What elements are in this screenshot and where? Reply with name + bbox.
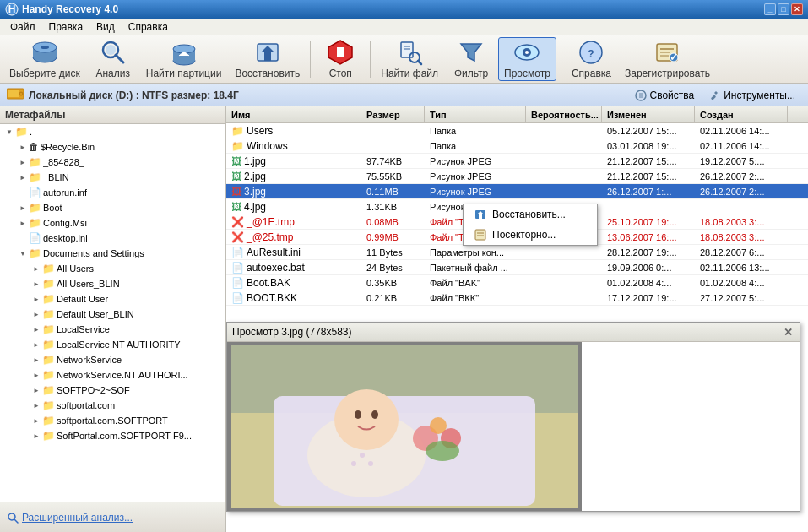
- properties-button[interactable]: Свойства: [629, 87, 700, 104]
- tree-item-boot[interactable]: ► 📁 Boot: [0, 200, 225, 215]
- toolbar-find-file[interactable]: Найти файл: [375, 37, 444, 81]
- tree-expand-_854828_[interactable]: ►: [17, 159, 29, 166]
- tree-label-allusers: All Users: [57, 263, 94, 274]
- tree-expand-softportalcomsoftport[interactable]: ►: [30, 417, 42, 425]
- tree-expand-networkservicent[interactable]: ►: [30, 372, 42, 379]
- svg-rect-62: [231, 345, 578, 508]
- file-row-bootbak[interactable]: 📄Boot.BAK0.35KBФайл "BAK"01.02.2008 4:..…: [226, 275, 808, 290]
- minimize-button[interactable]: _: [764, 3, 776, 15]
- file-row-users[interactable]: 📁UsersПапка05.12.2007 15:...02.11.2006 1…: [226, 123, 808, 138]
- toolbar-filter[interactable]: Фильтр: [446, 37, 496, 81]
- tree-item-softpo[interactable]: ► 📁 SOFTPO~2~SOF: [0, 383, 225, 398]
- toolbar-stop[interactable]: Стоп: [315, 37, 366, 81]
- tree-item-recycle[interactable]: ► 🗑 $Recycle.Bin: [0, 139, 225, 155]
- file-cell-2: Рисунок JPEG: [425, 187, 526, 197]
- toolbar-find-partition[interactable]: Найти партиции: [140, 37, 228, 81]
- tree-item-softportalcom[interactable]: ► 📁 softportal.com: [0, 398, 225, 413]
- menu-file[interactable]: Файл: [3, 19, 42, 35]
- toolbar-preview[interactable]: Просмотр: [498, 37, 556, 81]
- tree-item-docset[interactable]: ▼ 📁 Documents and Settings: [0, 246, 225, 261]
- register-icon: ✓: [653, 39, 681, 66]
- tree-item-defaultuserblin[interactable]: ► 📁 Default User_BLIN: [0, 307, 225, 322]
- svg-point-35: [20, 93, 22, 95]
- toolbar-analyze[interactable]: Анализ: [88, 37, 138, 81]
- window-controls: _ □ ✕: [764, 3, 803, 15]
- file-row-auresultini[interactable]: 📄AuResult.ini11 BytesПараметры кон...28.…: [226, 245, 808, 260]
- tree-item-allusers[interactable]: ► 📁 All Users: [0, 261, 225, 276]
- preview-close-button[interactable]: ✕: [781, 325, 794, 339]
- file-header-prob[interactable]: Вероятность...: [526, 106, 602, 122]
- tree-item-localservice[interactable]: ► 📁 LocalService: [0, 322, 225, 337]
- tree-item-localservicent[interactable]: ► 📁 LocalService.NT AUTHORITY: [0, 337, 225, 352]
- tree-item-defaultuser[interactable]: ► 📁 Default User: [0, 291, 225, 307]
- close-button[interactable]: ✕: [791, 3, 803, 15]
- svg-text:?: ?: [588, 48, 594, 60]
- file-row-autoexec[interactable]: 📄autoexec.bat24 BytesПакетный файл ...19…: [226, 260, 808, 275]
- tree-item-autorun[interactable]: 📄 autorun.inf: [0, 185, 225, 200]
- toolbar-select-disk[interactable]: Выберите диск: [3, 37, 86, 81]
- file-row-windows[interactable]: 📁WindowsПапка03.01.2008 19:...02.11.2006…: [226, 138, 808, 154]
- context-menu-item-sector[interactable]: Посекторно...: [464, 225, 597, 245]
- tree-item-networkservicent[interactable]: ► 📁 NetworkService.NT AUTHORI...: [0, 367, 225, 383]
- filter-icon: [458, 39, 485, 66]
- tree-folder-icon-networkservicent: 📁: [42, 369, 55, 381]
- tree-item-_BLIN[interactable]: ► 📁 _BLIN: [0, 170, 225, 185]
- tools-button[interactable]: Инструменты...: [703, 87, 801, 104]
- file-list[interactable]: 📁UsersПапка05.12.2007 15:...02.11.2006 1…: [226, 123, 808, 532]
- toolbar-register[interactable]: ✓ Зарегистрировать: [619, 37, 716, 81]
- preview-image-area: [227, 342, 582, 511]
- tree-expand-softportalcomsoftportf9[interactable]: ►: [30, 432, 42, 440]
- toolbar-restore[interactable]: Восстановить: [229, 37, 306, 81]
- menu-edit[interactable]: Правка: [42, 19, 90, 35]
- context-menu-item-restore[interactable]: Восстановить...: [464, 204, 597, 225]
- tree-expand-recycle[interactable]: ►: [17, 144, 29, 151]
- tree-expand-defaultuserblin[interactable]: ►: [30, 311, 42, 318]
- tree-expand-root[interactable]: ▼: [3, 128, 15, 136]
- disk-label: Локальный диск (D:) : NTFS размер: 18.4Г: [29, 90, 624, 101]
- jpeg-icon: 🖼: [231, 186, 241, 198]
- file-cell-1: 1.31KB: [361, 202, 425, 212]
- file-icon: 📄: [231, 247, 244, 258]
- file-row-1jpg[interactable]: 🖼1.jpg97.74KBРисунок JPEG21.12.2007 15:.…: [226, 154, 808, 169]
- file-row-bootbkk[interactable]: 📄BOOT.BKK0.21KBФайл "ВКК"17.12.2007 19:.…: [226, 290, 808, 306]
- file-header-type[interactable]: Тип: [425, 106, 526, 122]
- file-cell-4: 26.12.2007 1:...: [602, 187, 695, 197]
- file-row-2jpg[interactable]: 🖼2.jpg75.55KBРисунок JPEG21.12.2007 15:.…: [226, 169, 808, 184]
- tree-item-root[interactable]: ▼ 📁 .: [0, 124, 225, 139]
- tree-item-allusersblin[interactable]: ► 📁 All Users_BLIN: [0, 276, 225, 291]
- tree-item-softportalcomsoftport[interactable]: ► 📁 softportal.com.SOFTPORT: [0, 413, 225, 428]
- tree-expand-_BLIN[interactable]: ►: [17, 174, 29, 182]
- tree-expand-allusersblin[interactable]: ►: [30, 280, 42, 288]
- file-header-size[interactable]: Размер: [361, 106, 425, 122]
- file-header-modified[interactable]: Изменен: [602, 106, 695, 122]
- file-cell-5: 26.12.2007 2:...: [695, 187, 788, 197]
- file-cell-1: 0.21KB: [361, 293, 425, 303]
- tree-expand-localservice[interactable]: ►: [30, 326, 42, 334]
- tree-item-softportalcomsoftportf9[interactable]: ► 📁 SoftPortal.com.SOFTPORT-F9...: [0, 428, 225, 443]
- toolbar-help[interactable]: ? Справка: [566, 37, 617, 81]
- menu-view[interactable]: Вид: [89, 19, 122, 35]
- tree-expand-softpo[interactable]: ►: [30, 387, 42, 394]
- tree-item-_854828_[interactable]: ► 📁 _854828_: [0, 155, 225, 170]
- tree-label-recycle: $Recycle.Bin: [41, 142, 95, 152]
- file-header-name[interactable]: Имя: [226, 106, 361, 122]
- maximize-button[interactable]: □: [778, 3, 789, 15]
- tree-expand-networkservice[interactable]: ►: [30, 356, 42, 364]
- menu-help[interactable]: Справка: [122, 19, 175, 35]
- extended-analysis-link[interactable]: Расширенный анализ...: [7, 512, 133, 524]
- tree-expand-allusers[interactable]: ►: [30, 265, 42, 273]
- svg-line-7: [116, 55, 123, 62]
- tree-expand-defaultuser[interactable]: ►: [30, 296, 42, 303]
- tree-expand-softportalcom[interactable]: ►: [30, 402, 42, 410]
- tree-expand-docset[interactable]: ▼: [17, 250, 29, 258]
- preview-icon: [513, 39, 540, 66]
- tree-item-configmsi[interactable]: ► 📁 Config.Msi: [0, 215, 225, 231]
- tree-expand-configmsi[interactable]: ►: [17, 220, 29, 227]
- tree-item-desktopini[interactable]: 📄 desktop.ini: [0, 231, 225, 246]
- tree-item-networkservice[interactable]: ► 📁 NetworkService: [0, 352, 225, 367]
- tree-expand-boot[interactable]: ►: [17, 204, 29, 212]
- file-row-3jpg[interactable]: 🖼3.jpg0.11MBРисунок JPEG26.12.2007 1:...…: [226, 184, 808, 199]
- tree-content[interactable]: ▼ 📁 . ► 🗑 $Recycle.Bin ► 📁 _854828_ ► 📁 …: [0, 124, 225, 502]
- file-header-created[interactable]: Создан: [695, 106, 788, 122]
- tree-expand-localservicent[interactable]: ►: [30, 341, 42, 349]
